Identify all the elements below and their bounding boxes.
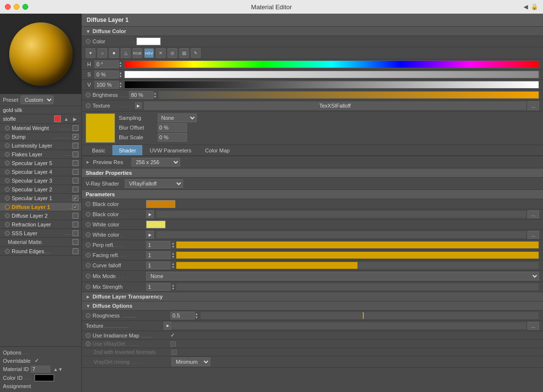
circles-icon[interactable]: ◎ [168,48,177,58]
brightness-arrows[interactable]: ▲ ▼ [153,92,157,98]
layer-icon-1[interactable]: ▲ [63,115,70,122]
texture2-arrow-icon[interactable]: ▶ [164,322,171,330]
close-button[interactable] [5,4,11,10]
sidebar-item-specular5[interactable]: Specular Layer 5 [0,159,81,168]
mix-strength-input[interactable] [146,283,170,291]
blur-offset-input[interactable] [158,123,187,132]
sidebar-item-material-weight[interactable]: Material Weight ........ [0,124,81,132]
brightness-input[interactable] [129,91,153,99]
sidebar-item-specular4[interactable]: Specular Layer 4 [0,168,81,176]
diffuse-transparency-header[interactable]: ► Diffuse Layer Transparency [82,292,543,301]
perp-refl-up-icon[interactable]: ▲ [171,242,175,245]
perp-refl-down-icon[interactable]: ▼ [171,245,175,248]
facing-refl-radio[interactable] [86,253,91,258]
hsv-icon[interactable]: HSV [144,48,154,58]
white-color-radio-2[interactable] [86,232,91,237]
vraydirt-checkbox[interactable] [170,341,176,347]
x-icon[interactable]: ✕ [156,48,166,58]
eyedropper-icon[interactable]: ✎ [191,48,201,58]
sidebar-item-bump[interactable]: Bump .......... ✓ [0,132,81,141]
brightness-radio[interactable] [86,93,91,97]
sat-arrows[interactable]: ▲ ▼ [119,71,122,78]
perp-refl-radio[interactable] [86,243,91,247]
mix-mode-radio[interactable] [86,274,91,279]
specular2-checkbox[interactable] [73,187,78,192]
black-color-arrow-icon[interactable]: ▶ [146,210,154,218]
sidebar-item-diffuse1[interactable]: Diffuse Layer 1 . ✓ [0,203,81,211]
sss-checkbox[interactable] [73,230,78,236]
image-icon[interactable]: ♥ [86,48,95,58]
mix-strength-down-icon[interactable]: ▼ [171,287,175,290]
round-edges-checkbox[interactable] [73,248,78,254]
color-radio[interactable] [86,39,91,44]
facing-refl-up-icon[interactable]: ▲ [171,252,175,255]
graph-icon[interactable]: ▤ [179,48,189,58]
sidebar-item-material-matte[interactable]: Material Matte. [0,238,81,247]
photo-icon[interactable]: △ [121,48,131,58]
sidebar-item-specular3[interactable]: Specular Layer 3 [0,176,81,185]
blur-scale-input[interactable] [158,133,187,142]
bump-checkbox[interactable]: ✓ [73,134,78,140]
roughness-radio[interactable] [86,313,91,318]
val-down-icon[interactable]: ▼ [119,85,122,88]
facing-refl-input[interactable] [146,251,170,259]
diffuse-options-header[interactable]: ▼ Diffuse Options [82,301,543,311]
vray-shader-select[interactable]: VRayFalloff [125,179,183,188]
material-weight-checkbox[interactable] [73,125,78,131]
texture2-more-button[interactable]: ... [527,322,539,330]
roughness-arrows[interactable]: ▲ ▼ [195,312,198,319]
curve-falloff-slider[interactable] [176,261,539,269]
sidebar-item-refraction[interactable]: Refraction Layer [0,220,81,229]
sampling-select[interactable]: None [158,113,197,122]
sat-up-icon[interactable]: ▲ [119,71,122,75]
sat-input[interactable] [94,71,119,78]
preview-res-select[interactable]: 256 x 256 [131,158,180,167]
black-color-swatch[interactable] [146,200,175,208]
sidebar-item-luminosity[interactable]: Luminosity Layer [0,141,81,150]
sat-down-icon[interactable]: ▼ [119,75,122,78]
tab-color-map[interactable]: Color Map [199,145,236,155]
facing-refl-down-icon[interactable]: ▼ [171,255,175,259]
texture-more-button[interactable]: ... [527,101,539,110]
black-color-radio-2[interactable] [86,212,91,217]
color-id-swatch[interactable] [35,374,54,381]
val-arrows[interactable]: ▲ ▼ [119,81,122,88]
sidebar-item-round-edges[interactable]: Round Edges.... [0,247,81,256]
rect-icon[interactable]: ■ [109,48,119,58]
inverted-normals-checkbox[interactable] [171,350,177,355]
facing-refl-slider[interactable] [176,251,539,259]
sidebar-item-specular1[interactable]: Specular Layer 1 . ✓ [0,194,81,203]
maximize-button[interactable] [22,4,28,10]
hue-slider[interactable] [124,60,539,68]
sidebar-item-diffuse2[interactable]: Diffuse Layer 2 [0,211,81,220]
specular4-checkbox[interactable] [73,169,78,175]
material-matte-checkbox[interactable] [73,239,78,245]
tab-uvw-parameters[interactable]: UVW Parameters [143,145,198,155]
tab-shader[interactable]: Shader [112,145,142,155]
mix-strength-slider[interactable] [176,283,539,291]
hue-input[interactable] [94,60,119,68]
black-color-more-button[interactable]: ... [527,210,539,218]
minimize-button[interactable] [14,4,19,10]
val-input[interactable] [94,81,119,89]
mix-strength-up-icon[interactable]: ▲ [171,283,175,287]
diffuse2-checkbox[interactable] [73,213,78,219]
hue-arrows[interactable]: ▲ ▼ [119,61,122,68]
perp-refl-slider[interactable] [176,241,539,249]
brightness-up-icon[interactable]: ▲ [153,92,157,95]
black-color-radio-1[interactable] [86,202,91,206]
curve-falloff-down-icon[interactable]: ▼ [171,265,175,269]
tab-basic[interactable]: Basic [86,145,112,155]
flakes-checkbox[interactable] [73,151,78,157]
layer-icon-2[interactable]: ▶ [72,115,78,122]
sun-icon[interactable]: ☼ [97,48,107,58]
specular5-checkbox[interactable] [73,160,78,166]
val-up-icon[interactable]: ▲ [119,81,122,85]
nav-back-icon[interactable]: ◀ [524,3,528,10]
perp-refl-arrows[interactable]: ▲ ▼ [171,242,175,248]
specular1-checkbox[interactable]: ✓ [73,195,78,201]
white-color-swatch[interactable] [146,221,166,228]
facing-refl-arrows[interactable]: ▲ ▼ [171,252,175,259]
refraction-checkbox[interactable] [73,222,78,227]
roughness-up-icon[interactable]: ▲ [195,312,198,316]
